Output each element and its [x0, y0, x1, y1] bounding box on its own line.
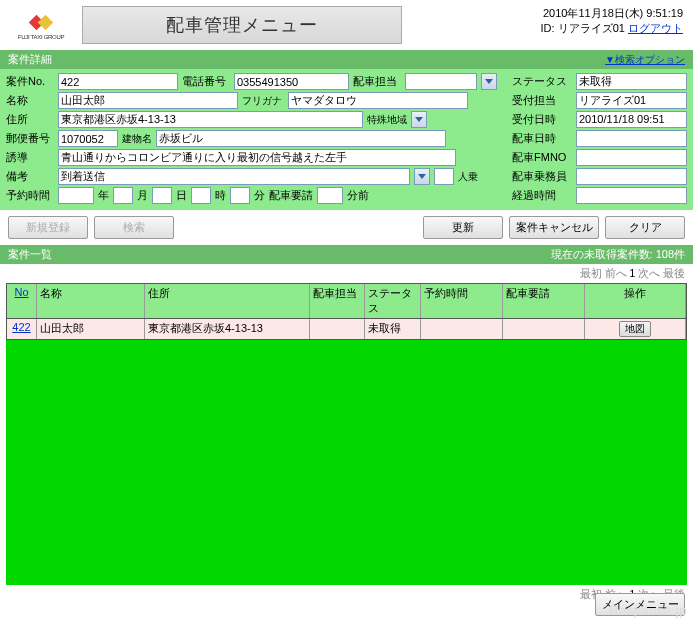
note-input[interactable]	[58, 168, 410, 185]
detail-section-bar: 案件詳細 ▼検索オプション	[0, 50, 693, 69]
label-dispatch: 配車担当	[353, 74, 401, 89]
label-address: 住所	[6, 112, 54, 127]
tel-input[interactable]	[234, 73, 349, 90]
before-input[interactable]	[317, 187, 343, 204]
cancel-button[interactable]: 案件キャンセル	[509, 216, 599, 239]
detail-panel: 案件No. 電話番号 配車担当 名称 フリガナ 住所 特殊地域 郵便番号 建物名…	[0, 69, 693, 210]
recvdt-value: 2010/11/18 09:51	[576, 111, 687, 128]
furigana-input[interactable]	[288, 92, 468, 109]
label-guide: 誘導	[6, 150, 54, 165]
pager-top: 最初 前へ 1 次へ 最後	[0, 264, 693, 283]
update-button[interactable]: 更新	[423, 216, 503, 239]
map-button[interactable]: 地図	[619, 321, 651, 337]
logo: FUJI TAXI GROUP	[10, 6, 72, 46]
guide-input[interactable]	[58, 149, 456, 166]
row-no-link[interactable]: 422	[12, 321, 30, 333]
note-dropdown[interactable]	[414, 168, 430, 185]
label-caseno: 案件No.	[6, 74, 54, 89]
building-input[interactable]	[156, 130, 446, 147]
elapsed-value	[576, 187, 687, 204]
label-note: 備考	[6, 169, 54, 184]
status-value: 未取得	[576, 73, 687, 90]
postal-input[interactable]	[58, 130, 118, 147]
watermark: Response.jp	[609, 603, 687, 618]
table-row[interactable]: 422 山田太郎 東京都港区赤坂4-13-13 未取得 地図	[7, 319, 686, 339]
day-input[interactable]	[152, 187, 172, 204]
dispdt-value	[576, 130, 687, 147]
list-section-bar: 案件一覧 現在の未取得案件数: 108件	[0, 245, 693, 264]
header-datetime: 2010年11月18日(木) 9:51:19	[541, 6, 683, 21]
page-title-bar: 配車管理メニュー	[82, 6, 402, 44]
pager-bottom: 最初 前へ 1 次へ 最後	[0, 585, 693, 604]
fmno-value	[576, 149, 687, 166]
page-title: 配車管理メニュー	[166, 13, 318, 37]
caseno-input[interactable]	[58, 73, 178, 90]
recvby-value: リアライズ01	[576, 92, 687, 109]
clear-button[interactable]: クリア	[605, 216, 685, 239]
logout-link[interactable]: ログアウト	[628, 22, 683, 34]
label-passengers: 人乗	[458, 170, 478, 184]
list-empty-area	[6, 340, 687, 585]
name-input[interactable]	[58, 92, 238, 109]
logo-icon	[27, 12, 55, 34]
crew-value	[576, 168, 687, 185]
address-input[interactable]	[58, 111, 363, 128]
list-count: 現在の未取得案件数: 108件	[551, 247, 685, 262]
year-input[interactable]	[58, 187, 94, 204]
label-tel: 電話番号	[182, 74, 230, 89]
table-header: No 名称 住所 配車担当 ステータス 予約時間 配車要請 操作	[7, 284, 686, 319]
case-table: No 名称 住所 配車担当 ステータス 予約時間 配車要請 操作 422 山田太…	[6, 283, 687, 340]
special-dropdown[interactable]	[411, 111, 427, 128]
col-no-sort[interactable]: No	[14, 286, 28, 298]
logo-text: FUJI TAXI GROUP	[18, 34, 64, 40]
label-name: 名称	[6, 93, 54, 108]
label-furigana: フリガナ	[242, 94, 284, 108]
label-building: 建物名	[122, 132, 152, 146]
dispatch-dropdown[interactable]	[481, 73, 497, 90]
new-button[interactable]: 新規登録	[8, 216, 88, 239]
month-input[interactable]	[113, 187, 133, 204]
dispatch-input[interactable]	[405, 73, 477, 90]
min-input[interactable]	[230, 187, 250, 204]
label-special: 特殊地域	[367, 113, 407, 127]
label-reserve: 予約時間	[6, 188, 54, 203]
search-option-link[interactable]: ▼検索オプション	[605, 53, 685, 67]
label-postal: 郵便番号	[6, 131, 54, 146]
header-info: 2010年11月18日(木) 9:51:19 ID: リアライズ01 ログアウト	[541, 6, 683, 37]
hour-input[interactable]	[191, 187, 211, 204]
passengers-input[interactable]	[434, 168, 454, 185]
search-button[interactable]: 検索	[94, 216, 174, 239]
